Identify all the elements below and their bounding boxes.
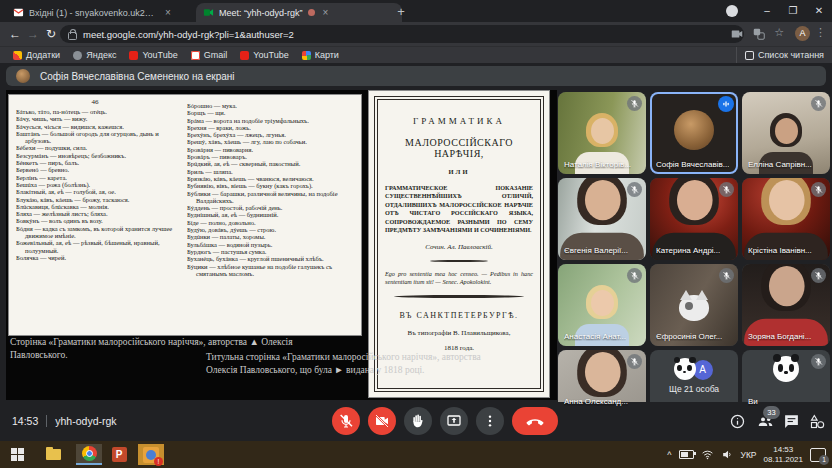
presenting-banner: Софія Вячеславівна Семененко на екрані	[6, 66, 826, 86]
participants-count-badge: 33	[763, 406, 780, 419]
start-button[interactable]	[4, 444, 30, 465]
bookmark-apps[interactable]: Додатки	[13, 50, 60, 60]
more-participants-label: Ще 21 особа	[650, 384, 738, 394]
imprint-city: ВЪ САНКТПЕТЕРБУРГѢ.	[385, 311, 533, 320]
title-line: МАЛОРОССІЙСКАГО НАРѢЧІЯ,	[385, 137, 533, 159]
participant-tile[interactable]: Зоряна Богдані...	[742, 264, 830, 346]
chrome-icon	[82, 446, 97, 461]
powerpoint-icon: P	[112, 447, 127, 462]
bookmark-youtube[interactable]: YouTube	[129, 50, 177, 60]
browser-menu-icon[interactable]: ⋮	[815, 26, 826, 39]
alert-app-button[interactable]: !	[138, 444, 164, 465]
participant-tile[interactable]: Єфросинія Олег...	[650, 264, 738, 346]
participant-name: Софія Вячеславів...	[656, 160, 729, 169]
alert-app-icon: !	[143, 447, 159, 463]
participant-tile[interactable]: Наталія Вікторів...	[558, 92, 646, 174]
globe-icon	[73, 51, 82, 60]
mic-off-icon	[627, 354, 642, 369]
dictionary-column-1: Бáтько, тáто, па-нóтець — отéць.Бáчу, чи…	[16, 108, 179, 330]
participant-name: Зоряна Богдані...	[748, 332, 811, 341]
presenter-avatar	[16, 69, 30, 83]
camera-toggle-button[interactable]	[368, 407, 396, 435]
tab-gmail[interactable]: Вхідні (1) - snyakovenko.uk20@l ×	[6, 3, 204, 22]
notification-center-button[interactable]: 1	[810, 448, 826, 462]
tray-expand-icon[interactable]: ^	[667, 450, 671, 460]
shared-screen: 46 Бáтько, тáто, па-нóтець — отéць.Бáчу,…	[6, 90, 557, 400]
activities-button[interactable]	[809, 413, 826, 430]
mic-off-icon	[627, 96, 642, 111]
url-text: meet.google.com/yhh-odyd-rgk?pli=1&authu…	[83, 29, 294, 40]
reload-button[interactable]: ↻	[42, 25, 60, 43]
meeting-details-button[interactable]	[729, 413, 746, 430]
participant-name: Катерина Андрі...	[656, 246, 720, 255]
window-maximize-button[interactable]: ❐	[780, 0, 806, 22]
tab-meet[interactable]: Meet: “yhh-odyd-rgk” ×	[196, 3, 402, 22]
chrome-taskbar-button[interactable]	[76, 444, 102, 465]
address-bar[interactable]: meet.google.com/yhh-odyd-rgk?pli=1&authu…	[60, 25, 744, 43]
participant-tile[interactable]: Катерина Андрі...	[650, 178, 738, 260]
tab-close-icon[interactable]: ×	[323, 7, 329, 18]
mic-off-icon	[627, 268, 642, 283]
author-line: Сочин. Ал. Павловскій.	[385, 243, 533, 251]
more-options-button[interactable]	[476, 407, 504, 435]
more-participants-tile[interactable]: А Ще 21 особа	[650, 350, 738, 408]
participant-avatar	[674, 110, 714, 150]
title-line: ИЛИ	[385, 168, 533, 175]
tab-title: Вхідні (1) - snyakovenko.uk20@l	[29, 8, 157, 18]
participant-tile-speaking[interactable]: Софія Вячеславів...	[650, 92, 738, 174]
title-paragraph: ГРАММАТИЧЕСКОЕ ПОКАЗАНІЕ СУЩЕСТВЕННѢЙШИХ…	[385, 184, 533, 234]
gmail-icon	[191, 51, 200, 60]
reading-list-button[interactable]: Список читання	[736, 47, 824, 63]
youtube-icon	[240, 51, 249, 60]
window-close-button[interactable]: ✕	[806, 0, 832, 22]
latin-epigraph: Ego pro sententia mea hoc censeo. — Pedi…	[385, 270, 533, 285]
forward-button[interactable]: →	[24, 25, 42, 43]
browser-toolbar: ← → ↻ meet.google.com/yhh-odyd-rgk?pli=1…	[0, 22, 832, 46]
mic-off-icon	[811, 182, 826, 197]
powerpoint-taskbar-button[interactable]: P	[106, 444, 132, 465]
back-button[interactable]: ←	[6, 25, 24, 43]
ornament-divider	[430, 260, 488, 262]
end-call-button[interactable]	[512, 407, 558, 435]
wifi-icon[interactable]	[701, 448, 714, 461]
self-view-tile[interactable]: Ви	[742, 350, 830, 408]
system-tray: ^ УКР 14:53 08.11.2021 1	[667, 441, 832, 468]
file-explorer-button[interactable]	[40, 444, 66, 465]
mic-toggle-button[interactable]	[332, 407, 360, 435]
present-button[interactable]	[440, 407, 468, 435]
mic-off-icon	[627, 182, 642, 197]
camera-permission-icon[interactable]	[730, 27, 744, 41]
speaking-audio-icon	[718, 96, 734, 112]
apps-grid-icon	[13, 51, 22, 60]
translate-icon[interactable]	[752, 27, 766, 41]
alert-badge: !	[154, 457, 163, 466]
bookmark-yandex[interactable]: Яндекс	[73, 50, 116, 60]
meeting-info: 14:53 yhh-odyd-rgk	[12, 415, 117, 427]
bookmark-gmail[interactable]: Gmail	[191, 50, 228, 60]
language-indicator[interactable]: УКР	[741, 450, 757, 460]
speaker-icon[interactable]	[721, 448, 734, 461]
browser-profile-icon[interactable]	[726, 5, 738, 17]
battery-icon[interactable]	[679, 450, 694, 459]
participant-tile[interactable]: Анастасія Анат...	[558, 264, 646, 346]
raise-hand-button[interactable]	[404, 407, 432, 435]
participant-tile[interactable]: Крістіна Іванівн...	[742, 178, 830, 260]
chat-button[interactable]	[783, 413, 800, 430]
participant-name: Елліна Сапрівн...	[748, 160, 812, 169]
self-view-label: Ви	[748, 397, 758, 406]
taskbar-clock[interactable]: 14:53 08.11.2021	[764, 445, 803, 464]
profile-avatar[interactable]: A	[795, 26, 810, 41]
participant-tile[interactable]: Євгенія Валерії...	[558, 178, 646, 260]
youtube-icon	[129, 51, 138, 60]
bookmark-maps[interactable]: Карти	[302, 50, 339, 60]
taskbar-time: 14:53	[773, 445, 793, 454]
clock-text: 14:53	[12, 415, 38, 427]
participant-tile[interactable]: Елліна Сапрівн...	[742, 92, 830, 174]
bookmark-star-icon[interactable]: ☆	[774, 26, 784, 39]
bookmark-youtube-2[interactable]: YouTube	[240, 50, 288, 60]
new-tab-button[interactable]: +	[392, 3, 410, 21]
participant-tile[interactable]: Анна Олександ...	[558, 350, 646, 408]
mic-off-icon	[811, 96, 826, 111]
tab-close-icon[interactable]: ×	[165, 7, 171, 18]
window-minimize-button[interactable]: –	[754, 0, 780, 22]
